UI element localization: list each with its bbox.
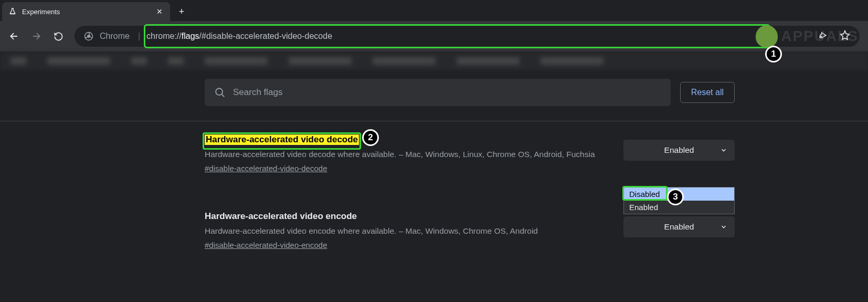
bookmarks-bar <box>0 51 868 70</box>
url-scheme-label: Chrome <box>100 32 130 41</box>
reload-button[interactable] <box>49 27 67 45</box>
flag-description: Hardware-accelerated video encode where … <box>205 225 602 237</box>
select-dropdown: Disabled Enabled 3 <box>623 187 735 214</box>
search-flags-input[interactable]: Search flags <box>205 79 671 106</box>
page-content: Search flags Reset all Hardware-accelera… <box>0 70 868 250</box>
chrome-icon <box>84 32 93 41</box>
reset-all-button[interactable]: Reset all <box>680 82 735 103</box>
tab-strip: Experiments ✕ + <box>0 0 868 21</box>
chevron-down-icon <box>720 223 727 231</box>
flag-hash-link[interactable]: #disable-accelerated-video-decode <box>205 164 327 173</box>
annotation-badge-3: 3 <box>667 189 684 205</box>
annotation-badge-2: 2 <box>362 129 379 146</box>
back-button[interactable] <box>5 27 23 45</box>
address-bar[interactable]: Chrome | chrome://flags/#disable-acceler… <box>75 26 860 47</box>
flag-hash-link[interactable]: #disable-accelerated-video-encode <box>205 241 327 249</box>
url-text: chrome://flags/#disable-accelerated-vide… <box>146 32 332 41</box>
address-bar-container: Chrome | chrome://flags/#disable-acceler… <box>75 26 860 47</box>
forward-button[interactable] <box>27 27 45 45</box>
chevron-down-icon <box>720 147 727 154</box>
flag-title: Hardware-accelerated video decode <box>205 134 359 145</box>
browser-tab[interactable]: Experiments ✕ <box>2 2 170 21</box>
close-icon[interactable]: ✕ <box>155 7 164 16</box>
flag-item: Hardware-accelerated video decode 2 Hard… <box>205 134 735 188</box>
tab-title: Experiments <box>22 8 150 16</box>
search-placeholder: Search flags <box>233 87 283 98</box>
svg-point-2 <box>216 88 223 95</box>
select-value: Enabled <box>664 145 694 155</box>
annotation-badge-1: 1 <box>765 46 782 63</box>
flag-state-select[interactable]: Enabled <box>623 140 735 161</box>
mascot-icon <box>756 25 778 47</box>
flag-title: Hardware-accelerated video encode <box>205 211 602 222</box>
flag-description: Hardware-accelerated video decode where … <box>205 148 602 161</box>
watermark-logo: APPUALS <box>756 25 859 47</box>
select-value: Enabled <box>664 222 694 232</box>
flask-icon <box>8 7 17 16</box>
new-tab-button[interactable]: + <box>174 4 189 19</box>
flag-item: Hardware-accelerated video encode Hardwa… <box>205 211 735 250</box>
search-icon <box>214 87 226 98</box>
flag-state-select[interactable]: Enabled <box>623 216 735 237</box>
toolbar: Chrome | chrome://flags/#disable-acceler… <box>0 21 868 51</box>
divider <box>0 121 868 121</box>
